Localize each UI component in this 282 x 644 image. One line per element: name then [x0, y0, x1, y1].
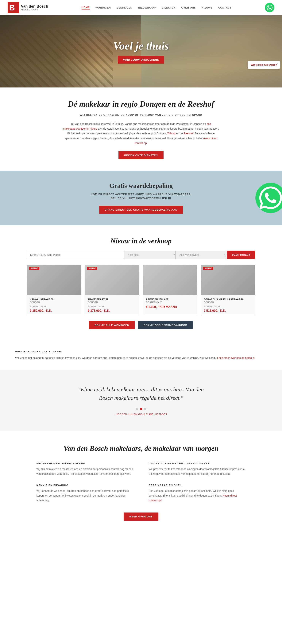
- diensten-button[interactable]: BEKIJK ONZE DIENSTEN: [118, 151, 164, 160]
- popup-close-button[interactable]: ×: [276, 62, 278, 65]
- gratis-whatsapp-icon: [255, 183, 282, 213]
- property-card[interactable]: ARENDSPLEIN 62F OOSTERHOUT € 1.600,- PER…: [143, 265, 197, 315]
- gratis-heading: Gratis waardebepaling: [8, 182, 274, 189]
- feature-title: ONLINE ACTIEF MET DE JUISTE CONTENT: [149, 462, 246, 465]
- gratis-subtitle: KOM ER DIRECT ACHTER WAT JOUW HUIS WAARD…: [8, 192, 274, 200]
- feature-body: Een verkoop- of aankooptraject is gebaat…: [149, 488, 246, 503]
- quote-author-name: JORDEN HUIJSMANS & ELINE HEIJBOER: [116, 413, 167, 416]
- property-city: DONGEN: [30, 301, 78, 304]
- hero-cta-button[interactable]: VIND JOUW DROOMHUIS: [118, 56, 164, 64]
- property-card[interactable]: NIEUW KANAALSTRAAT 60 DONGEN 5 kamers, 2…: [27, 265, 81, 315]
- hero-section: Voel je thuis VIND JOUW DROOMHUIS: [0, 15, 282, 88]
- testimonial-quote: "Eline en ik keken elkaar aan... dit is …: [75, 385, 208, 402]
- property-price: € 1.600,- PER MAAND: [146, 305, 194, 309]
- feature-title: BEREIKBAAR EN SNEL: [149, 484, 246, 487]
- property-info: TRAMSTRAAT 59 DONGEN 6 kamers, 128 m² € …: [85, 295, 139, 315]
- badge-nieuw: NIEUW: [203, 267, 213, 270]
- nav-bedrijven[interactable]: BEDRIJVEN: [116, 6, 132, 9]
- meer-over-ons-button[interactable]: MEER OVER ONS: [124, 512, 158, 521]
- contact-link2[interactable]: Neem direct contact op!: [149, 494, 237, 502]
- search-input[interactable]: [27, 251, 124, 259]
- search-button[interactable]: ZOEK DIRECT: [227, 251, 255, 259]
- whatsapp-header-button[interactable]: [265, 3, 274, 12]
- property-image: NIEUW: [201, 265, 255, 295]
- property-card[interactable]: NIEUW GERARDUS MAJELLASTRAAT 19 DONGEN 6…: [201, 265, 255, 315]
- property-price: € 350.000,- K.K.: [30, 309, 78, 312]
- price-select[interactable]: Kies prijs: [124, 251, 176, 259]
- gratis-section: Gratis waardebepaling KOM ER DIRECT ACHT…: [0, 171, 282, 225]
- feature-bereikbaar: BEREIKBAAR EN SNEL Een verkoop- of aanko…: [149, 484, 246, 503]
- intro-heading: Dé makelaar in regio Dongen en de Reesho…: [63, 99, 219, 109]
- alle-woningen-button[interactable]: BEKIJK ALLE WONINGEN: [89, 321, 135, 329]
- gratis-cta-button[interactable]: VRAAG DIRECT EEN GRATIS WAARDEBEPALING A…: [99, 206, 183, 214]
- popup-strong-text: Wat is mijn huis waard?: [251, 64, 277, 66]
- property-city: DONGEN: [88, 301, 136, 304]
- feature-title: KENNIS EN ERVARING: [37, 484, 133, 487]
- dot-3[interactable]: [144, 408, 147, 410]
- tilburg-link2[interactable]: Tilburg: [167, 132, 175, 135]
- whatsapp-popup: × Wat is mijn huis waard?: [248, 61, 280, 69]
- feature-kennis: KENNIS EN ERVARING Wij kennen de woninge…: [37, 484, 133, 503]
- verkoop-heading: Nieuw in de verkoop: [8, 236, 274, 245]
- meer-over-ons-container: MEER OVER ONS: [15, 512, 267, 521]
- feature-body: Wij kennen de woningen, buurten en hebbe…: [37, 488, 133, 503]
- brand-subtitle: MAKELAARS: [21, 8, 48, 11]
- quote-dots: [8, 408, 274, 410]
- nav-contact[interactable]: CONTACT: [218, 6, 232, 9]
- features-grid: PROFESSIONEEL EN BETROKKEN Wij zijn betr…: [37, 462, 246, 503]
- funda-link[interactable]: Lees meer over ons op funda.nl.: [217, 356, 255, 360]
- svg-text:B: B: [9, 3, 15, 12]
- feature-title: PROFESSIONEEL EN BETROKKEN: [37, 462, 133, 465]
- nav-woningen[interactable]: WONINGEN: [95, 6, 111, 9]
- nav-nieuwbouw[interactable]: NIEUWBOUW: [138, 6, 156, 9]
- verkoop-buttons: BEKIJK ALLE WONINGEN BEKIJK ONS BEDRIJFS…: [8, 321, 274, 329]
- contact-link[interactable]: neem direct contact op: [134, 137, 217, 144]
- hero-title: Voel je thuis: [113, 40, 169, 52]
- property-grid: NIEUW KANAALSTRAAT 60 DONGEN 5 kamers, 2…: [27, 265, 255, 315]
- reeshof-link[interactable]: Reeshof: [184, 132, 193, 135]
- tilburg-link[interactable]: ons makelaaarskantoor in Tilburg: [63, 122, 211, 130]
- type-select[interactable]: Alle woningtypes: [176, 251, 227, 259]
- verkoop-section: Nieuw in de verkoop Kies prijs Alle woni…: [0, 225, 282, 340]
- dot-1[interactable]: [136, 408, 138, 410]
- property-street: ARENDSPLEIN 62F: [146, 298, 194, 301]
- badge-nieuw: NIEUW: [29, 267, 39, 270]
- property-info: KANAALSTRAAT 60 DONGEN 5 kamers, 229 m² …: [27, 295, 81, 315]
- property-city: DONGEN: [204, 301, 252, 304]
- main-nav: HOME WONINGEN BEDRIJVEN NIEUWBOUW DIENST…: [82, 6, 232, 10]
- property-street: TRAMSTRAAT 59: [88, 298, 136, 301]
- nav-diensten[interactable]: DIENSTEN: [162, 6, 176, 9]
- feature-online: ONLINE ACTIEF MET DE JUISTE CONTENT We p…: [149, 462, 246, 476]
- nav-overons[interactable]: OVER ONS: [181, 6, 196, 9]
- property-details: 6 kamers, 204 m²: [204, 305, 252, 308]
- nav-nieuws[interactable]: NIEUWS: [202, 6, 213, 9]
- brand-name: Van den Bosch: [21, 4, 48, 8]
- popup-text: Wat is mijn huis waard?: [251, 63, 277, 66]
- hero-content: Voel je thuis VIND JOUW DROOMHUIS: [113, 40, 169, 64]
- property-street: GERARDUS MAJELLASTRAAT 19: [204, 298, 252, 301]
- intro-subtitle: WIJ HELPEN JE GRAAG BIJ DE KOOP OF VERKO…: [63, 113, 219, 117]
- nav-home[interactable]: HOME: [82, 6, 90, 10]
- makelaar-section: Van den Bosch makelaars, de makelaar van…: [0, 431, 282, 534]
- intro-section: Dé makelaar in regio Dongen en de Reesho…: [56, 99, 227, 160]
- bedrijfsaanbod-button[interactable]: BEKIJK ONS BEDRIJFSAANBOD: [138, 321, 193, 329]
- dot-2[interactable]: [140, 408, 142, 410]
- property-card[interactable]: NIEUW TRAMSTRAAT 59 DONGEN 6 kamers, 128…: [85, 265, 139, 315]
- property-image: NIEUW: [27, 265, 81, 295]
- feature-professioneel: PROFESSIONEEL EN BETROKKEN Wij zijn betr…: [37, 462, 133, 476]
- beoordelingen-body: Wij vinden het belangrijk dat onze klant…: [15, 356, 267, 360]
- property-info: ARENDSPLEIN 62F OOSTERHOUT € 1.600,- PER…: [143, 295, 197, 311]
- property-details: 6 kamers, 128 m²: [88, 305, 136, 308]
- logo[interactable]: B Van den Bosch MAKELAARS: [8, 2, 48, 13]
- property-price: € 375.000,- K.K.: [88, 309, 136, 312]
- intro-body: Bij Van den Bosch makelaars voel je je t…: [63, 122, 219, 146]
- quote-section: "Eline en ik keken elkaar aan... dit is …: [0, 370, 282, 431]
- property-street: KANAALSTRAAT 60: [30, 298, 78, 301]
- logo-icon: B: [8, 2, 19, 13]
- property-details: 5 kamers, 229 m²: [30, 305, 78, 308]
- feature-body: We presenteren te koopstaande woningen d…: [149, 467, 246, 476]
- quote-arrow: ›: [113, 413, 114, 416]
- quote-author: › JORDEN HUIJSMANS & ELINE HEIJBOER: [8, 413, 274, 416]
- makelaar-heading: Van den Bosch makelaars, de makelaar van…: [15, 444, 267, 452]
- header: B Van den Bosch MAKELAARS HOME WONINGEN …: [0, 0, 282, 15]
